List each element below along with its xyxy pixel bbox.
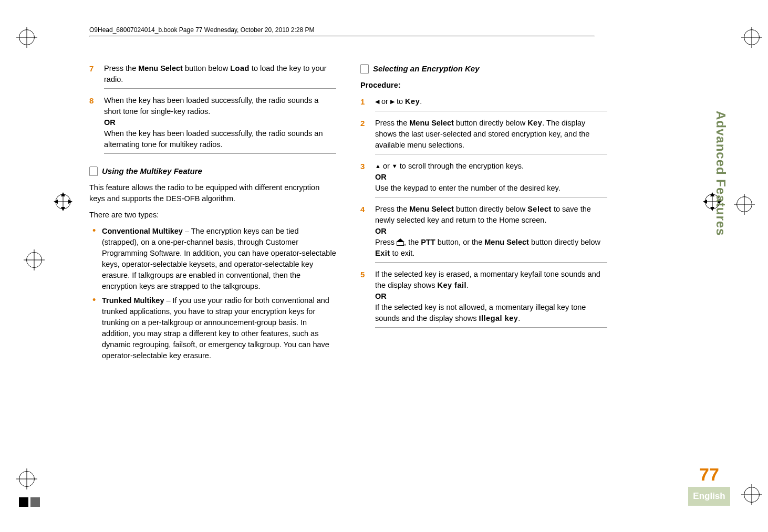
step-divider [375,111,607,111]
text: Press the [104,64,138,72]
screen-text: Exit [375,249,390,257]
section-heading: Selecting an Encryption Key [360,63,607,75]
ui-button-name: Menu Select [138,64,183,72]
term: Conventional Multikey [102,227,183,235]
text: button directly below [529,238,600,246]
text: The encryption keys can be tied (strappe… [102,227,336,290]
ui-button-name: Menu Select [484,238,529,246]
paragraph: This feature allows the radio to be equi… [89,182,336,204]
right-column: Selecting an Encryption Key Procedure: 1… [360,63,607,364]
cross-arrow-icon [53,191,74,212]
text: button directly below [454,119,527,127]
text: or [381,162,392,170]
dash: – [183,227,191,235]
registration-mark-icon [744,29,760,45]
step-number: 5 [360,269,375,324]
text: , the [404,238,421,246]
text: button directly below [454,205,527,213]
step-divider [375,327,607,328]
text: Press the [375,119,409,127]
bullet-dot-icon: • [92,226,102,292]
page-icon [360,64,369,74]
step-body: Press the Menu Select button below Load … [104,63,336,85]
procedure-label: Procedure: [360,80,607,91]
screen-text: Illegal key [479,314,518,322]
step-5: 5 If the selected key is erased, a momen… [360,269,607,324]
right-arrow-icon: ▶ [390,98,395,106]
bullet-dot-icon: • [92,295,102,361]
dash: – [164,296,172,305]
page-footer: 77 English [688,464,730,506]
text: Press the [375,205,409,213]
step-divider [104,88,336,89]
step-divider [375,262,607,263]
step-body: ▲ or ▼ to scroll through the encryption … [375,161,607,194]
text: or [379,97,390,106]
step-number: 2 [360,118,375,151]
or-label: OR [375,172,607,183]
step-number: 8 [89,95,104,150]
step-4: 4 Press the Menu Select button directly … [360,204,607,259]
step-divider [104,153,336,154]
language-label: English [693,491,725,501]
home-icon [397,239,404,246]
text: button, or the [435,238,485,246]
down-arrow-icon: ▼ [392,162,398,171]
registration-mark-icon [744,487,760,503]
step-2: 2 Press the Menu Select button directly … [360,118,607,151]
text: . [518,314,520,322]
screen-text: Key [527,119,542,127]
color-bar-icon [19,497,61,508]
left-arrow-icon: ◀ [375,98,379,106]
ui-button-name: Menu Select [409,119,454,127]
or-label: OR [104,117,336,128]
step-divider [375,154,607,154]
step-number: 4 [360,204,375,259]
step-divider [375,197,607,197]
step-number: 3 [360,161,375,194]
header-rule [89,36,595,37]
registration-mark-icon [19,471,35,487]
page-number: 77 [688,464,730,485]
registration-mark-icon [736,196,752,212]
or-label: OR [375,291,607,302]
paragraph: There are two types: [89,210,336,221]
step-number: 1 [360,96,375,108]
text: If the selected key is erased, a momenta… [375,270,600,289]
step-7: 7 Press the Menu Select button below Loa… [89,63,336,85]
side-tab-label: Advanced Features [713,111,728,236]
text: If the selected key is not allowed, a mo… [375,302,607,324]
text: Use the keypad to enter the number of th… [375,183,607,194]
bullet-body: Trunked Multikey – If you use your radio… [102,295,336,361]
text: Press [375,238,397,246]
text: Press , the PTT button, or the Menu Sele… [375,237,607,259]
running-header: O9Head_68007024014_b.book Page 77 Wednes… [89,26,678,37]
section-title-text: Selecting an Encryption Key [373,63,480,75]
bullet-item: • Trunked Multikey – If you use your rad… [92,295,336,361]
page-icon [89,166,98,176]
text: to scroll through the encryption keys. [398,162,524,170]
text: to [395,97,405,106]
step-body: Press the Menu Select button directly be… [375,118,607,151]
step-body: If the selected key is erased, a momenta… [375,269,607,324]
left-column: 7 Press the Menu Select button below Loa… [89,63,336,364]
running-header-text: O9Head_68007024014_b.book Page 77 Wednes… [89,26,315,34]
screen-text: Select [527,205,552,213]
screen-text: Key [405,97,420,106]
text: If you use your radio for both conventio… [102,296,329,360]
ui-button-name: PTT [421,238,435,246]
section-title-text: Using the Multikey Feature [102,165,202,177]
term: Trunked Multikey [102,296,164,305]
step-3: 3 ▲ or ▼ to scroll through the encryptio… [360,161,607,194]
registration-mark-icon [26,252,42,268]
screen-text: Key fail [437,281,466,289]
or-label: OR [375,226,607,237]
text: When the key has been loaded successfull… [104,95,336,117]
bullet-body: Conventional Multikey – The encryption k… [102,226,336,292]
text: button below [183,64,230,72]
screen-text: Load [230,64,250,72]
side-tab: Advanced Features [711,68,730,278]
step-body: When the key has been loaded successfull… [104,95,336,150]
text: . [466,281,469,289]
step-1: 1 ◀ or ▶ to Key. [360,96,607,108]
